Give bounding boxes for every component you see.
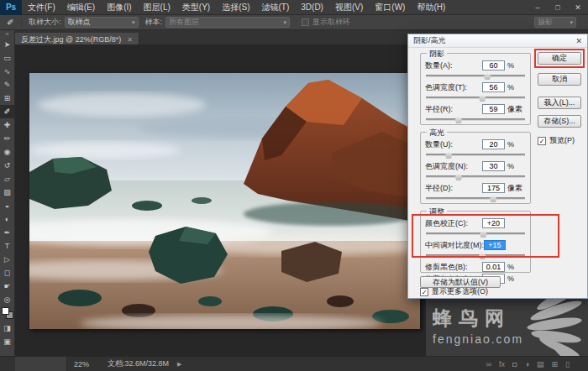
watermark-text-cn: 蜂鸟网: [433, 306, 511, 332]
layer-group-icon[interactable]: ▤: [537, 360, 544, 368]
highlight-tonal-width-unit: %: [507, 162, 526, 170]
shadow-amount-field[interactable]: 60: [482, 60, 505, 71]
photo-image[interactable]: [29, 73, 420, 329]
eyedropper-icon[interactable]: ✐: [0, 18, 22, 27]
close-tab-icon[interactable]: ✕: [127, 36, 133, 44]
menu-help[interactable]: 帮助(H): [411, 0, 451, 15]
watermark-text-en: fengniao.com: [433, 332, 523, 346]
menu-window[interactable]: 窗口(W): [369, 0, 411, 15]
seascape-photo: [29, 73, 420, 329]
eyedropper-tool-icon[interactable]: ✐: [0, 105, 15, 118]
zoom-tool-icon[interactable]: ◎: [0, 293, 15, 306]
shape-tool-icon[interactable]: ◻: [0, 266, 15, 280]
collapse-panel-icon[interactable]: »: [0, 30, 15, 38]
midtone-contrast-slider[interactable]: [426, 251, 525, 261]
zoom-level-field[interactable]: 22%: [74, 360, 89, 368]
marquee-tool-icon[interactable]: ▭: [0, 51, 15, 65]
sample-dropdown[interactable]: 所有图层 ▾: [165, 17, 290, 28]
preview-label: 预览(P): [549, 135, 575, 146]
quick-selection-tool-icon[interactable]: ✎: [0, 78, 15, 91]
shadow-amount-label: 数量(A):: [425, 60, 482, 71]
shadows-highlights-dialog: 阴影/高光 ✕ 阴影 数量(A):60% 色调宽度(T):56% 半径(R):5…: [407, 34, 588, 299]
ok-button[interactable]: 确定: [538, 52, 581, 65]
shadow-radius-field[interactable]: 59: [482, 104, 505, 114]
highlight-tonal-width-slider[interactable]: [426, 172, 525, 182]
maximize-button[interactable]: □: [548, 0, 568, 15]
layer-style-icon[interactable]: fx: [499, 360, 505, 368]
white-clip-unit: %: [507, 274, 526, 283]
minimize-button[interactable]: –: [528, 0, 548, 15]
dialog-titlebar[interactable]: 阴影/高光 ✕: [408, 34, 587, 48]
chevron-down-icon: ▾: [284, 19, 287, 26]
status-corner-block: [15, 357, 67, 371]
pen-tool-icon[interactable]: ✒: [0, 226, 15, 239]
lasso-tool-icon[interactable]: ∿: [0, 65, 15, 78]
preview-checkbox[interactable]: ✓: [538, 137, 546, 145]
clone-stamp-tool-icon[interactable]: ◉: [0, 145, 15, 159]
eraser-tool-icon[interactable]: ▱: [0, 172, 15, 186]
adjustments-group: 调整 颜色校正(C):+20 中间调对比度(M):+15 修剪黑色(B):0.0…: [420, 211, 531, 273]
shadow-amount-unit: %: [507, 61, 526, 70]
highlight-amount-slider[interactable]: [426, 150, 525, 160]
link-layers-icon[interactable]: ∞: [486, 360, 491, 368]
black-clip-field[interactable]: 0.01: [482, 262, 505, 272]
dodge-tool-icon[interactable]: ◐: [0, 212, 15, 226]
color-swatches[interactable]: [0, 306, 15, 321]
screen-mode-icon[interactable]: ▣: [0, 335, 15, 348]
healing-brush-tool-icon[interactable]: ✚: [0, 118, 15, 132]
show-more-options-checkbox[interactable]: ✓: [420, 288, 428, 296]
highlights-group: 高光 数量(U):20% 色调宽度(N):30% 半径(D):175像素: [420, 132, 531, 204]
menu-select[interactable]: 选择(S): [216, 0, 255, 15]
adjustment-layer-icon[interactable]: ◑: [525, 360, 529, 368]
type-tool-icon[interactable]: T: [0, 239, 15, 253]
highlight-amount-field[interactable]: 20: [482, 139, 505, 149]
path-selection-tool-icon[interactable]: ▷: [0, 253, 15, 266]
shadow-radius-slider[interactable]: [426, 115, 525, 125]
highlight-radius-slider[interactable]: [426, 194, 525, 204]
status-arrow-icon[interactable]: ▶: [177, 361, 181, 368]
shadow-amount-slider[interactable]: [426, 71, 525, 81]
move-tool-icon[interactable]: ➤: [0, 38, 15, 51]
menu-file[interactable]: 文件(F): [22, 0, 61, 15]
menu-layer[interactable]: 图层(L): [138, 0, 176, 15]
quick-mask-icon[interactable]: ◨: [0, 321, 15, 335]
menu-filter[interactable]: 滤镜(T): [256, 0, 296, 15]
shadow-tonal-width-slider[interactable]: [426, 93, 525, 103]
delete-layer-icon[interactable]: ▯: [565, 360, 570, 368]
menu-bar: Ps 文件(F) 编辑(E) 图像(I) 图层(L) 类型(Y) 选择(S) 滤…: [0, 0, 588, 15]
options-bar: ✐ 取样大小: 取样点 ▾ 样本: 所有图层 ▾ 显示取样环 摄影 ▾: [0, 15, 588, 30]
midtone-contrast-field[interactable]: +15: [484, 240, 506, 250]
color-correction-field[interactable]: +20: [482, 218, 505, 228]
menu-type[interactable]: 类型(Y): [176, 0, 216, 15]
menu-edit[interactable]: 编辑(E): [61, 0, 101, 15]
close-button[interactable]: ✕: [568, 0, 588, 15]
save-button[interactable]: 存储(S)...: [538, 115, 581, 128]
cancel-button[interactable]: 取消: [538, 73, 581, 86]
load-button[interactable]: 载入(L)...: [538, 97, 581, 109]
shadow-tonal-width-field[interactable]: 56: [482, 82, 505, 92]
dialog-close-icon[interactable]: ✕: [575, 37, 582, 45]
hand-tool-icon[interactable]: ☛: [0, 280, 15, 293]
brush-tool-icon[interactable]: ✏: [0, 132, 15, 145]
menu-image[interactable]: 图像(I): [101, 0, 137, 15]
shadow-tonal-width-unit: %: [507, 83, 526, 91]
show-sampling-ring-label: 显示取样环: [312, 17, 350, 28]
workspace-dropdown[interactable]: 摄影 ▾: [534, 17, 576, 28]
menu-view[interactable]: 视图(V): [329, 0, 369, 15]
sample-size-dropdown[interactable]: 取样点 ▾: [65, 17, 139, 28]
preview-row: ✓ 预览(P): [538, 135, 575, 146]
blur-tool-icon[interactable]: ◒: [0, 199, 15, 212]
highlight-tonal-width-field[interactable]: 30: [482, 161, 505, 171]
show-sampling-ring-checkbox[interactable]: [302, 18, 309, 26]
highlight-amount-unit: %: [507, 140, 526, 149]
foreground-color-swatch[interactable]: [2, 307, 9, 315]
color-correction-slider[interactable]: [426, 229, 525, 239]
history-brush-tool-icon[interactable]: ↺: [0, 159, 15, 172]
crop-tool-icon[interactable]: ⊞: [0, 91, 15, 105]
new-layer-icon[interactable]: ⊞: [552, 360, 559, 368]
adjustments-legend: 调整: [427, 206, 447, 217]
gradient-tool-icon[interactable]: ▨: [0, 186, 15, 199]
highlight-radius-field[interactable]: 175: [482, 183, 505, 193]
menu-3d[interactable]: 3D(D): [295, 0, 329, 15]
layer-mask-icon[interactable]: ◘: [512, 360, 517, 368]
